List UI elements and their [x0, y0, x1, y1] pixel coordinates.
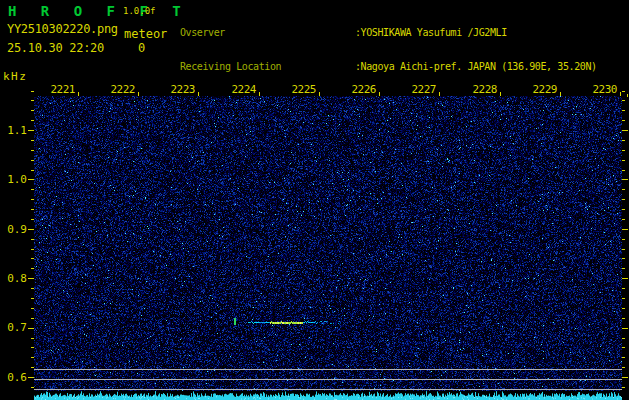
time-tick-label: 2223 — [161, 83, 195, 96]
output-filename: YY2510302220.png — [7, 22, 118, 36]
freq-minor-tick-mark-right — [622, 258, 625, 259]
freq-minor-tick-mark-right — [622, 120, 625, 121]
hrofft-screen: { "app": { "title": "H R O F F T", "vers… — [0, 0, 629, 400]
freq-minor-tick-mark-right — [622, 199, 625, 200]
freq-minor-tick-mark-right — [622, 367, 625, 368]
freq-major-tick-mark-right — [622, 377, 628, 378]
session-datetime: 25.10.30 22:20 — [7, 41, 104, 55]
time-tick-label: 2230 — [583, 83, 617, 96]
time-tick-label: 2222 — [101, 83, 135, 96]
freq-minor-tick-mark-right — [622, 338, 625, 339]
receiving-location-label: Receiving Location — [180, 61, 281, 72]
time-minor-tick-mark — [627, 94, 628, 97]
observer-label: Ovserver — [180, 27, 225, 38]
time-tick-label: 2229 — [523, 83, 557, 96]
time-tick-label: 2226 — [342, 83, 376, 96]
spectrogram-canvas — [34, 96, 622, 400]
freq-major-tick-mark-right — [622, 328, 628, 329]
freq-minor-tick-mark-right — [622, 318, 625, 319]
freq-minor-tick-mark-right — [622, 140, 625, 141]
freq-minor-tick-mark-right — [622, 100, 625, 101]
freq-minor-tick-mark-right — [622, 249, 625, 250]
time-tick-label: 2221 — [41, 83, 75, 96]
freq-minor-tick-mark-right — [622, 298, 625, 299]
freq-minor-tick-mark-right — [622, 91, 625, 92]
freq-minor-tick-mark-right — [622, 239, 625, 240]
freq-major-tick-mark-right — [622, 130, 628, 131]
freq-tick-label: 0.8 — [0, 272, 27, 285]
freq-tick-label: 1.1 — [0, 124, 27, 137]
freq-major-tick-mark-right — [622, 179, 628, 180]
observer-row: Ovserver :YOSHIKAWA Yasufumi /JG2MLI — [180, 27, 202, 38]
freq-minor-tick-mark-right — [622, 170, 625, 171]
freq-minor-tick-mark-right — [622, 308, 625, 309]
freq-minor-tick-mark-right — [622, 110, 625, 111]
freq-minor-tick-mark-right — [622, 150, 625, 151]
time-tick-label: 2227 — [402, 83, 436, 96]
time-tick-label: 2225 — [282, 83, 316, 96]
freq-minor-tick-mark-right — [622, 209, 625, 210]
time-tick-label: 2228 — [463, 83, 497, 96]
freq-minor-tick-mark-right — [622, 268, 625, 269]
time-tick-label: 2224 — [222, 83, 256, 96]
receiving-location-value: :Nagoya Aichi-pref. JAPAN (136.90E, 35.2… — [355, 61, 597, 72]
frequency-axis-unit-label: kHz — [3, 70, 27, 83]
freq-minor-tick-mark-right — [622, 189, 625, 190]
freq-tick-label: 0.7 — [0, 321, 27, 334]
freq-tick-label: 1.0 — [0, 173, 27, 186]
freq-major-tick-mark-right — [622, 278, 628, 279]
freq-minor-tick-mark-right — [622, 387, 625, 388]
freq-minor-tick-mark-right — [622, 160, 625, 161]
freq-tick-label: 0.6 — [0, 371, 27, 384]
freq-minor-tick-mark-right — [622, 219, 625, 220]
observer-value: :YOSHIKAWA Yasufumi /JG2MLI — [355, 27, 507, 38]
freq-minor-tick-mark — [31, 91, 34, 92]
receiving-location-row: Receiving Location :Nagoya Aichi-pref. J… — [180, 61, 202, 72]
meteor-count: 0 — [138, 41, 145, 55]
app-title: H R O F F T — [8, 3, 189, 19]
freq-minor-tick-mark-right — [622, 347, 625, 348]
freq-tick-label: 0.9 — [0, 223, 27, 236]
mode-label: meteor — [124, 27, 167, 41]
app-version: 1.0.0f — [123, 6, 156, 16]
freq-minor-tick-mark-right — [622, 288, 625, 289]
freq-minor-tick-mark-right — [622, 357, 625, 358]
freq-major-tick-mark-right — [622, 229, 628, 230]
